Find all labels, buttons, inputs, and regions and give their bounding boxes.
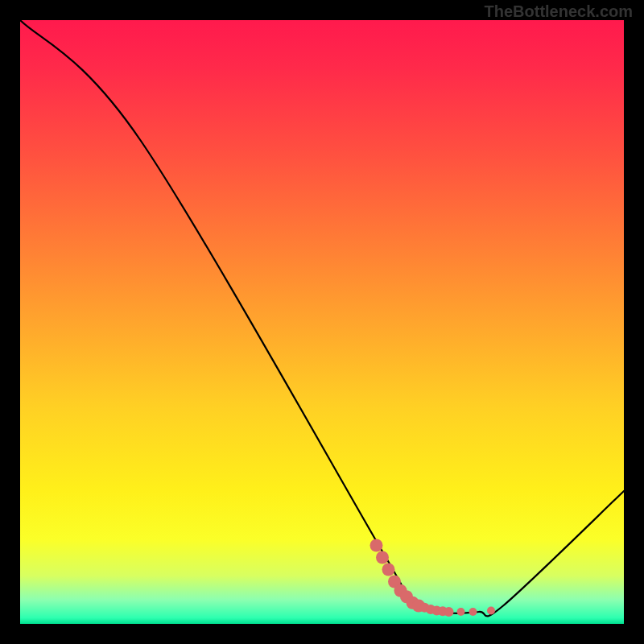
watermark-text: TheBottleneck.com bbox=[485, 2, 633, 21]
chart-svg bbox=[20, 20, 624, 624]
highlight-dot bbox=[382, 564, 395, 576]
highlight-dot bbox=[370, 539, 383, 552]
highlight-dot bbox=[487, 607, 495, 615]
highlight-dot bbox=[376, 551, 389, 564]
curve-line bbox=[20, 20, 624, 617]
highlight-dot bbox=[444, 607, 454, 617]
chart-plot-area bbox=[20, 20, 624, 624]
highlight-dot bbox=[457, 608, 465, 616]
highlight-dot bbox=[469, 608, 477, 616]
highlight-markers bbox=[370, 539, 496, 617]
